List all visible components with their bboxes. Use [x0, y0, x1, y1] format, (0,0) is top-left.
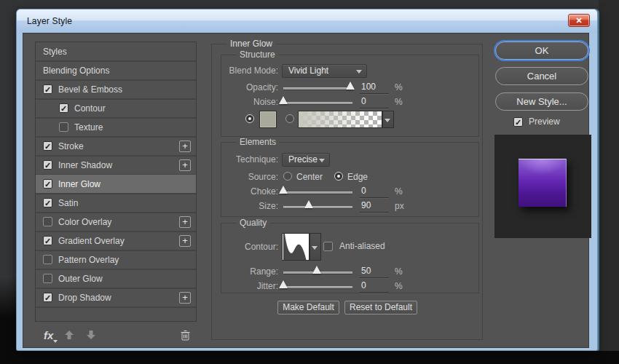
background-right [599, 0, 619, 351]
make-default-button[interactable]: Make Default [277, 301, 339, 314]
sidebar-item-stroke[interactable]: ✓Stroke+ [36, 137, 196, 156]
noise-slider[interactable] [283, 102, 352, 104]
preview-checkbox[interactable]: ✓ [513, 117, 523, 127]
opacity-slider[interactable] [283, 87, 352, 90]
quality-group-title: Quality [236, 218, 270, 228]
move-effect-down-button[interactable] [85, 329, 97, 341]
sidebar-item-drop-shadow[interactable]: ✓Drop Shadow+ [36, 288, 196, 307]
size-value-field[interactable]: 90 [360, 199, 389, 213]
ok-button[interactable]: OK [495, 41, 588, 60]
fx-menu-button[interactable]: fx [44, 329, 53, 341]
checked-checkbox[interactable]: ✓ [43, 236, 52, 245]
noise-label: Noise: [221, 95, 278, 108]
gradient-picker-button[interactable] [382, 111, 394, 128]
add-effect-button[interactable]: + [179, 292, 191, 304]
choke-slider[interactable] [283, 191, 352, 194]
sidebar-item-styles[interactable]: Styles [36, 42, 196, 61]
sidebar-item-color-overlay[interactable]: Color Overlay+ [36, 213, 196, 232]
sidebar-item-label: Satin [58, 198, 78, 208]
sidebar-item-label: Stroke [58, 141, 84, 151]
sidebar-item-outer-glow[interactable]: Outer Glow [36, 269, 196, 288]
structure-group: Structure Blend Mode: Vivid Light Opacit… [221, 55, 479, 137]
unchecked-checkbox[interactable] [43, 255, 52, 264]
glow-gradient-swatch[interactable] [298, 111, 382, 128]
size-slider[interactable] [283, 206, 352, 208]
glow-color-swatch[interactable] [259, 111, 277, 128]
color-fill-radio[interactable] [245, 114, 254, 123]
choke-value-field[interactable]: 0 [360, 185, 389, 198]
sidebar-item-blending-options[interactable]: Blending Options [36, 61, 196, 80]
sidebar-item-inner-glow[interactable]: ✓Inner Glow [36, 175, 196, 194]
cancel-button[interactable]: Cancel [495, 67, 588, 85]
contour-picker[interactable] [282, 233, 310, 261]
blend-mode-select[interactable]: Vivid Light [282, 64, 367, 78]
noise-value-field[interactable]: 0 [360, 95, 389, 108]
range-slider-thumb[interactable] [312, 266, 321, 274]
sidebar-item-pattern-overlay[interactable]: Pattern Overlay [36, 250, 196, 269]
gradient-fill-radio[interactable] [285, 114, 294, 123]
add-effect-button[interactable]: + [179, 141, 191, 152]
sidebar-item-label: Blending Options [43, 66, 109, 76]
new-style-button[interactable]: New Style... [495, 92, 588, 111]
preview-styled-square [519, 159, 567, 207]
contour-label: Contour: [221, 233, 278, 261]
sidebar-item-label: Drop Shadow [58, 293, 111, 303]
titlebar[interactable]: Layer Style ✕ [17, 9, 597, 33]
unchecked-checkbox[interactable] [43, 274, 52, 283]
source-row: Source: Center Edge [221, 170, 478, 183]
fx-caret-icon [53, 340, 58, 343]
reset-to-default-button[interactable]: Reset to Default [344, 301, 417, 314]
anti-aliased-checkbox[interactable] [323, 242, 333, 251]
sidebar-item-inner-shadow[interactable]: ✓Inner Shadow+ [36, 156, 196, 175]
jitter-slider-thumb[interactable] [279, 280, 288, 288]
technique-select[interactable]: Precise [282, 153, 330, 167]
sidebar-item-label: Bevel & Emboss [58, 84, 122, 95]
choke-slider-thumb[interactable] [279, 186, 288, 194]
jitter-slider[interactable] [283, 286, 352, 288]
trash-icon [181, 330, 190, 341]
anti-aliased-label: Anti-aliased [339, 241, 385, 251]
dialog-content: StylesBlending Options✓Bevel & Emboss✓Co… [23, 33, 589, 348]
sidebar-item-satin[interactable]: ✓Satin [36, 194, 196, 213]
preview-thumbnail [494, 135, 591, 238]
range-value-field[interactable]: 50 [360, 265, 389, 278]
checked-checkbox[interactable]: ✓ [43, 141, 52, 151]
sidebar-item-texture[interactable]: Texture [36, 118, 196, 137]
checked-checkbox[interactable]: ✓ [59, 103, 68, 113]
move-effect-up-button[interactable] [63, 329, 75, 341]
jitter-value-field[interactable]: 0 [360, 280, 389, 293]
sidebar-item-bevel-emboss[interactable]: ✓Bevel & Emboss [36, 80, 196, 99]
source-edge-radio[interactable] [334, 172, 343, 181]
layer-style-dialog: Layer Style ✕ StylesBlending Options✓Bev… [16, 9, 598, 351]
add-effect-button[interactable]: + [179, 216, 191, 228]
add-effect-button[interactable]: + [179, 235, 191, 247]
unchecked-checkbox[interactable] [59, 122, 68, 132]
unchecked-checkbox[interactable] [43, 217, 52, 226]
checked-checkbox[interactable]: ✓ [43, 179, 52, 189]
chevron-down-icon [385, 119, 390, 122]
range-slider[interactable] [283, 272, 352, 274]
sidebar-item-label: Inner Glow [58, 179, 100, 189]
size-slider-thumb[interactable] [304, 200, 313, 208]
opacity-value-field[interactable]: 100 [360, 81, 389, 94]
checked-checkbox[interactable]: ✓ [43, 198, 52, 207]
background-bottom [0, 351, 619, 364]
fx-label: fx [44, 329, 53, 341]
checked-checkbox[interactable]: ✓ [43, 160, 52, 170]
size-label: Size: [221, 199, 278, 213]
quality-group: Quality Contour: Anti-aliased [221, 223, 479, 293]
sidebar-item-gradient-overlay[interactable]: ✓Gradient Overlay+ [36, 232, 196, 250]
checked-checkbox[interactable]: ✓ [43, 293, 52, 302]
opacity-slider-thumb[interactable] [346, 82, 355, 90]
close-button[interactable]: ✕ [568, 14, 590, 27]
jitter-unit: % [395, 280, 403, 293]
sidebar-item-label: Outer Glow [58, 274, 103, 284]
checked-checkbox[interactable]: ✓ [43, 84, 52, 94]
delete-effect-button[interactable] [179, 329, 191, 341]
contour-dropdown-button[interactable] [310, 233, 321, 261]
add-effect-button[interactable]: + [179, 159, 191, 171]
source-center-radio[interactable] [283, 172, 292, 181]
noise-slider-thumb[interactable] [279, 96, 288, 104]
blend-mode-row: Blend Mode: Vivid Light [221, 64, 478, 77]
sidebar-item-contour[interactable]: ✓Contour [36, 99, 196, 118]
